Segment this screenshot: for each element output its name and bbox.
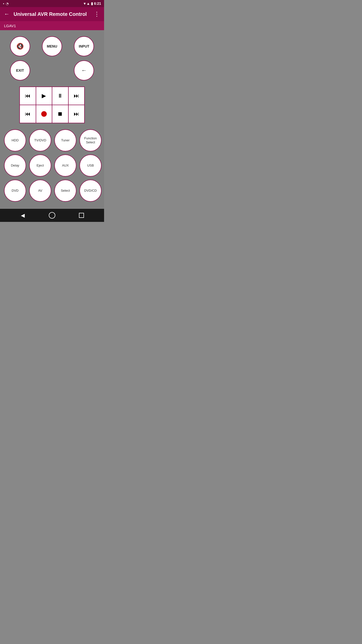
- delay-button[interactable]: Delay: [4, 154, 26, 177]
- sim-icon: ▪: [3, 2, 4, 6]
- app-back-button[interactable]: ←: [4, 11, 10, 17]
- back-nav-icon: ◀: [21, 212, 25, 218]
- status-left-icons: ▪ ◔: [3, 2, 9, 6]
- eject-button[interactable]: Eject: [29, 154, 51, 177]
- tv-dvd-button[interactable]: TV/DVD: [29, 129, 51, 151]
- aux-button[interactable]: AUX: [54, 154, 76, 177]
- func-row-1: HDD TV/DVD Tuner Function Select: [4, 129, 100, 151]
- hdd-button[interactable]: HDD: [4, 129, 26, 151]
- mute-icon: 🔇: [16, 43, 24, 50]
- record-icon: [41, 111, 47, 117]
- next-track-button[interactable]: ⏭: [69, 105, 84, 123]
- status-bar: ▪ ◔ ▾ ▲ ▮ 6:21: [0, 0, 104, 7]
- recents-nav-icon: [79, 213, 84, 218]
- device-label: LGAV1: [4, 24, 16, 28]
- overflow-menu-button[interactable]: ⋮: [94, 11, 100, 18]
- sub-header: LGAV1: [0, 21, 104, 30]
- fast-forward-icon: ⏭: [74, 93, 79, 99]
- home-nav-button[interactable]: [47, 210, 58, 221]
- time-display: 6:21: [94, 2, 101, 6]
- media-control-grid: ⏮ ▶ ⏸ ⏭ ⏮ ⏹ ⏭: [19, 87, 85, 123]
- next-track-icon: ⏭: [74, 111, 79, 117]
- pause-icon: ⏸: [57, 93, 63, 99]
- pause-button[interactable]: ⏸: [52, 87, 68, 105]
- dvd-button[interactable]: DVD: [4, 180, 26, 202]
- home-nav-icon: [49, 212, 55, 219]
- rewind-button[interactable]: ⏮: [20, 87, 36, 105]
- prev-track-icon: ⏮: [25, 111, 30, 117]
- func-row-2: Delay Eject AUX USB: [4, 154, 100, 177]
- record-button[interactable]: [36, 105, 52, 123]
- av-button[interactable]: AV: [29, 180, 51, 202]
- app-title: Universal AVR Remote Control: [14, 11, 94, 17]
- mute-button[interactable]: 🔇: [10, 36, 30, 56]
- tuner-button[interactable]: Tuner: [54, 129, 76, 151]
- status-right-icons: ▾ ▲ ▮ 6:21: [84, 2, 101, 6]
- usb-button[interactable]: USB: [79, 154, 102, 177]
- rewind-icon: ⏮: [25, 93, 30, 99]
- input-button[interactable]: INPUT: [74, 36, 94, 56]
- function-select-button[interactable]: Function Select: [79, 129, 102, 151]
- dvd-cd-button[interactable]: DVD/CD: [79, 180, 102, 202]
- second-button-row: EXIT ←: [4, 60, 100, 80]
- menu-button[interactable]: MENU: [42, 36, 62, 56]
- battery-icon: ▮: [91, 2, 93, 6]
- top-button-row: 🔇 MENU INPUT: [4, 36, 100, 56]
- select-button[interactable]: Select: [54, 180, 76, 202]
- app-bar: ← Universal AVR Remote Control ⋮: [0, 7, 104, 21]
- back-button[interactable]: ←: [74, 60, 94, 80]
- wifi-icon: ▾: [84, 2, 85, 6]
- exit-button[interactable]: EXIT: [10, 60, 30, 80]
- stop-icon: ⏹: [57, 111, 63, 117]
- play-icon: ▶: [42, 93, 46, 99]
- func-row-3: DVD AV Select DVD/CD: [4, 180, 100, 202]
- signal-icon: ▲: [86, 2, 90, 6]
- bottom-navigation: ◀: [0, 209, 104, 222]
- play-button[interactable]: ▶: [36, 87, 52, 105]
- clock-icon: ◔: [6, 2, 9, 6]
- back-nav-button[interactable]: ◀: [17, 210, 28, 221]
- prev-track-button[interactable]: ⏮: [20, 105, 36, 123]
- main-content: 🔇 MENU INPUT EXIT ← ⏮ ▶ ⏸ ⏭ ⏮: [0, 30, 104, 209]
- recents-nav-button[interactable]: [76, 210, 87, 221]
- fast-forward-button[interactable]: ⏭: [69, 87, 84, 105]
- stop-button[interactable]: ⏹: [52, 105, 68, 123]
